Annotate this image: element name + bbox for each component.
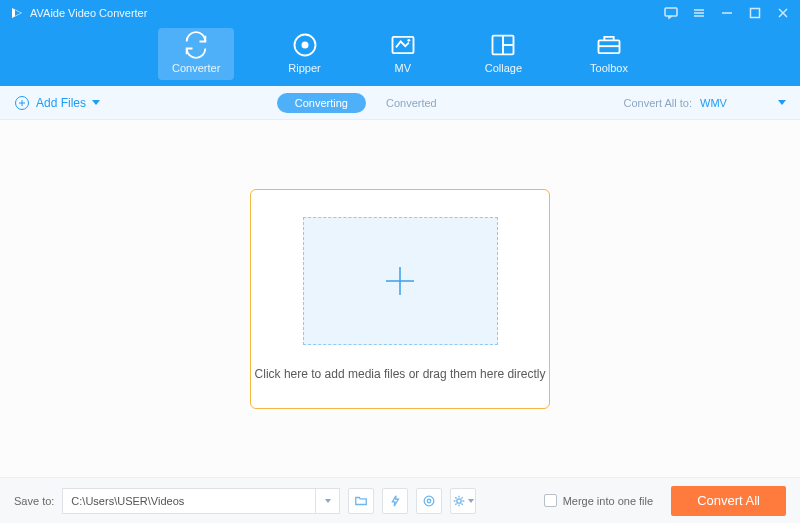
chevron-down-icon (778, 100, 786, 105)
drop-zone[interactable] (303, 217, 498, 345)
maximize-icon[interactable] (748, 6, 762, 20)
menu-icon[interactable] (692, 6, 706, 20)
app-title: AVAide Video Converter (30, 7, 147, 19)
minimize-icon[interactable] (720, 6, 734, 20)
feedback-icon[interactable] (664, 6, 678, 20)
add-files-label: Add Files (36, 96, 86, 110)
chevron-down-icon (468, 499, 474, 503)
convert-all-label: Convert All to: (624, 97, 692, 109)
merge-toggle[interactable]: Merge into one file (544, 494, 654, 507)
nav-label: Converter (172, 62, 220, 74)
nav-mv[interactable]: MV (375, 28, 431, 80)
svg-point-23 (428, 499, 432, 503)
nav-toolbox[interactable]: Toolbox (576, 28, 642, 80)
save-path-field (62, 488, 340, 514)
format-select[interactable]: WMV (700, 97, 786, 109)
tab-converted[interactable]: Converted (376, 93, 447, 113)
open-folder-button[interactable] (348, 488, 374, 514)
save-path-dropdown[interactable] (315, 489, 339, 513)
save-to-label: Save to: (14, 495, 54, 507)
hardware-accel-button[interactable] (382, 488, 408, 514)
svg-point-24 (457, 498, 461, 502)
footer: Save to: Merge into one file Convert All (0, 477, 800, 523)
ripper-icon (291, 34, 319, 56)
chevron-down-icon (325, 499, 331, 503)
nav-collage[interactable]: Collage (471, 28, 536, 80)
convert-all-button[interactable]: Convert All (671, 486, 786, 516)
toolbar: Add Files Converting Converted Convert A… (0, 86, 800, 120)
titlebar: AVAide Video Converter (0, 0, 800, 26)
main-nav: Converter Ripper MV Collage Toolbox (0, 26, 800, 86)
nav-converter[interactable]: Converter (158, 28, 234, 80)
converter-icon (182, 34, 210, 56)
close-icon[interactable] (776, 6, 790, 20)
main-area: Click here to add media files or drag th… (0, 120, 800, 477)
nav-label: Toolbox (590, 62, 628, 74)
drop-card[interactable]: Click here to add media files or drag th… (250, 189, 550, 409)
nav-ripper[interactable]: Ripper (274, 28, 334, 80)
nav-label: Ripper (288, 62, 320, 74)
mv-icon (389, 34, 417, 56)
merge-checkbox[interactable] (544, 494, 557, 507)
format-value: WMV (700, 97, 727, 109)
svg-point-11 (407, 39, 410, 42)
app-logo-icon (10, 6, 24, 20)
plus-icon (380, 261, 420, 301)
chevron-down-icon (92, 100, 100, 105)
collage-icon (489, 34, 517, 56)
nav-label: Collage (485, 62, 522, 74)
nav-label: MV (394, 62, 411, 74)
svg-point-22 (425, 496, 435, 506)
merge-label: Merge into one file (563, 495, 654, 507)
svg-rect-5 (751, 9, 760, 18)
tab-converting[interactable]: Converting (277, 93, 366, 113)
drop-hint: Click here to add media files or drag th… (255, 367, 546, 381)
save-path-input[interactable] (63, 495, 315, 507)
high-speed-button[interactable] (416, 488, 442, 514)
toolbox-icon (595, 34, 623, 56)
add-files-button[interactable]: Add Files (14, 95, 100, 111)
settings-button[interactable] (450, 488, 476, 514)
svg-rect-0 (665, 8, 677, 16)
svg-point-9 (301, 42, 308, 49)
